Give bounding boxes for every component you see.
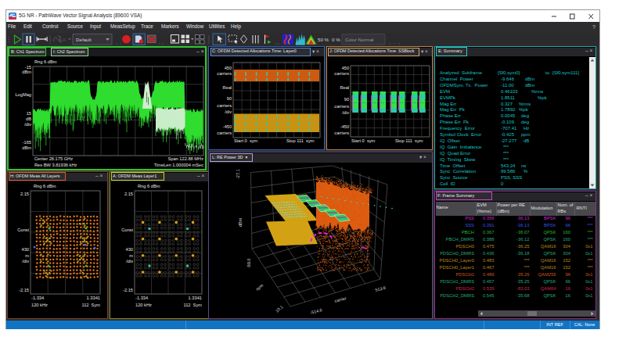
svg-text:-27.1: -27.1 — [236, 169, 240, 179]
svg-text:-514.6: -514.6 — [310, 307, 323, 315]
svg-text:-59.0: -59.0 — [246, 258, 251, 268]
svg-text:sym: sym — [255, 282, 264, 291]
svg-text:dBm: dBm — [238, 217, 243, 227]
svg-text:513.6: 513.6 — [375, 285, 387, 292]
svg-text:carrier: carrier — [334, 296, 347, 303]
svg-text:10.1: 10.1 — [275, 304, 284, 313]
